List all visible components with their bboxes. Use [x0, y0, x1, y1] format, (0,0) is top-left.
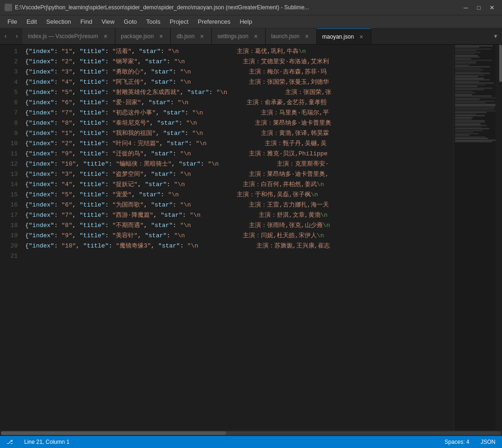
code-line: {"index": "3", "title": "盗梦空间", "star": …: [25, 169, 454, 180]
horizontal-scrollbar[interactable]: [0, 430, 502, 436]
minimap-line: [455, 76, 478, 77]
minimap-line: [455, 115, 485, 116]
line-number: 1: [0, 47, 18, 57]
spaces-status[interactable]: Spaces: 4: [443, 438, 471, 446]
line-number: 9: [0, 128, 18, 139]
minimap-line: [455, 131, 473, 133]
code-line: {"index": "5", "title": "宠爱", "star": "\…: [25, 190, 454, 200]
tabs-container: index.js — VscodePrj\resum×package.json×…: [22, 28, 489, 44]
menu-item-tools[interactable]: Tools: [141, 17, 165, 27]
minimap-line: [455, 95, 492, 97]
minimap-line: [455, 92, 475, 94]
code-line: {"index": "8", "title": "不期而遇", "star": …: [25, 221, 454, 231]
code-content[interactable]: {"index": "1", "title": "活着", "star": "\…: [21, 45, 454, 430]
tab-overflow-button[interactable]: ▾: [489, 28, 502, 44]
minimap-line: [455, 60, 492, 61]
minimize-button[interactable]: ─: [460, 3, 471, 12]
line-number: 13: [0, 169, 18, 180]
line-number: 12: [0, 159, 18, 169]
code-line: {"index": "2", "title": "钢琴家", "star": "…: [25, 57, 454, 67]
menu-item-find[interactable]: Find: [76, 17, 97, 27]
code-line: {"index": "7", "title": "初恋这件小事", "star"…: [25, 108, 454, 118]
minimap-line: [455, 125, 487, 126]
scroll-thumb[interactable]: [1, 431, 226, 435]
code-line: {"index": "5", "title": "射雕英雄传之东成西就", "s…: [25, 87, 454, 98]
tab-close-icon[interactable]: ×: [157, 33, 165, 40]
tab-tab1[interactable]: index.js — VscodePrj\resum×: [22, 28, 115, 44]
git-status[interactable]: ⎇: [5, 438, 15, 446]
tab-close-icon[interactable]: ×: [198, 33, 206, 40]
tab-next-button[interactable]: ›: [11, 28, 22, 44]
menu-item-preferences[interactable]: Preferences: [193, 17, 235, 27]
line-col-status[interactable]: Line 21, Column 1: [22, 438, 71, 446]
line-number: 10: [0, 139, 18, 149]
menu-item-edit[interactable]: Edit: [22, 17, 41, 27]
code-line: {"index": "9", "title": "迁徙的鸟", "star": …: [25, 149, 454, 159]
tab-tab4[interactable]: settings.json×: [212, 28, 266, 44]
tab-tab2[interactable]: package.json×: [115, 28, 171, 44]
tab-label: maoyan.json: [322, 33, 354, 40]
scrollbar[interactable]: [495, 45, 502, 430]
tab-close-icon[interactable]: ×: [102, 33, 109, 40]
close-button[interactable]: ✕: [486, 3, 497, 12]
tab-prev-button[interactable]: ‹: [0, 28, 11, 44]
tab-label: launch.json: [271, 33, 300, 40]
tab-close-icon[interactable]: ×: [358, 33, 365, 40]
code-line: {"index": "1", "title": "活着", "star": "\…: [25, 47, 454, 57]
tab-tab5[interactable]: launch.json×: [266, 28, 317, 44]
code-line: {"index": "4", "title": "阿飞正传", "star": …: [25, 77, 454, 87]
minimap-line: [455, 118, 472, 120]
code-line: {"index": "1", "title": "我和我的祖国", "star"…: [25, 128, 454, 139]
line-number: 21: [0, 251, 18, 261]
spaces-label: Spaces: 4: [445, 439, 469, 445]
menu-item-goto[interactable]: Goto: [119, 17, 141, 27]
line-number: 4: [0, 77, 18, 87]
line-number: 14: [0, 180, 18, 190]
line-number: 5: [0, 87, 18, 98]
tab-label: settings.json: [217, 33, 248, 40]
minimap-line: [455, 141, 492, 142]
tab-close-icon[interactable]: ×: [303, 33, 311, 40]
tab-tab6[interactable]: maoyan.json×: [317, 28, 371, 44]
app-icon: [5, 4, 12, 11]
tab-label: package.json: [121, 33, 154, 40]
line-number: 8: [0, 118, 18, 128]
menu-item-help[interactable]: Help: [235, 17, 257, 27]
menu-item-view[interactable]: View: [97, 17, 119, 27]
tab-close-icon[interactable]: ×: [252, 33, 260, 40]
scroll-track[interactable]: [1, 431, 501, 435]
line-number: 6: [0, 98, 18, 108]
minimap-line: [455, 53, 474, 54]
scrollbar-thumb[interactable]: [499, 45, 502, 82]
line-number: 16: [0, 200, 18, 210]
tab-bar: ‹ › index.js — VscodePrj\resum×package.j…: [0, 28, 502, 45]
minimap-line: [455, 112, 487, 113]
code-line: {"index": "2", "title": "叶问4：完结篇", "star…: [25, 139, 454, 149]
minimap-line: [455, 128, 489, 129]
minimap-line: [455, 56, 480, 58]
minimap-line: [455, 89, 484, 90]
code-line: {"index": "9", "title": "美容针", "star": "…: [25, 231, 454, 241]
status-right: Spaces: 4 JSON: [443, 438, 497, 446]
minimap: [454, 45, 495, 430]
line-number: 17: [0, 210, 18, 221]
maximize-button[interactable]: □: [473, 3, 484, 12]
tab-tab3[interactable]: db.json×: [171, 28, 212, 44]
minimap-line: [455, 99, 480, 100]
line-numbers: 123456789101112131415161718192021: [0, 45, 21, 430]
menu-item-selection[interactable]: Selection: [41, 17, 75, 27]
editor: 123456789101112131415161718192021 {"inde…: [0, 45, 502, 430]
line-col-label: Line 21, Column 1: [24, 439, 69, 445]
tab-label: index.js — VscodePrj\resum: [28, 33, 98, 40]
minimap-line: [455, 108, 495, 110]
menu-item-file[interactable]: File: [3, 17, 22, 27]
minimap-line: [455, 82, 494, 84]
code-line: {"index": "3", "title": "勇敢的心", "star": …: [25, 67, 454, 77]
code-line: [25, 251, 454, 261]
line-number: 20: [0, 241, 18, 251]
language-status[interactable]: JSON: [479, 438, 497, 446]
code-line: {"index": "8", "title": "泰坦尼克号", "star":…: [25, 118, 454, 128]
window-controls: ─ □ ✕: [460, 3, 497, 12]
line-number: 15: [0, 190, 18, 200]
menu-item-project[interactable]: Project: [165, 17, 193, 27]
